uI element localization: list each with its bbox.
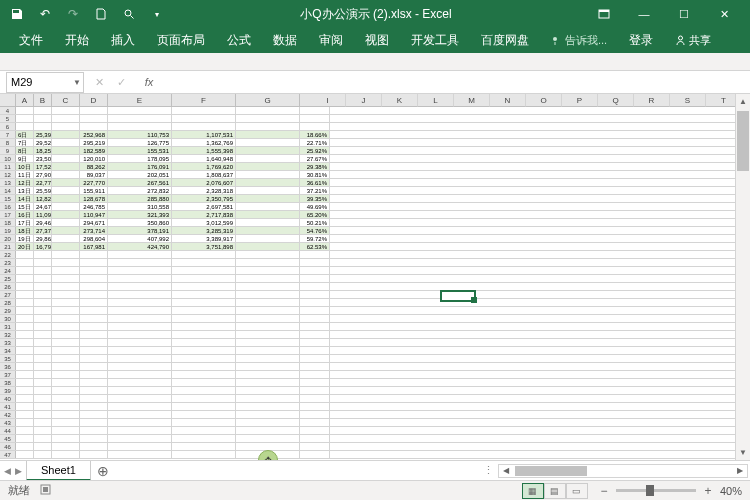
cell[interactable] (108, 363, 172, 370)
tab-insert[interactable]: 插入 (100, 28, 146, 53)
cell[interactable]: 202,051 (108, 171, 172, 178)
tab-formula[interactable]: 公式 (216, 28, 262, 53)
cell[interactable] (34, 259, 52, 266)
hscroll-thumb[interactable] (515, 466, 587, 476)
cell[interactable]: 424,790 (108, 243, 172, 250)
row-header[interactable]: 15 (0, 195, 16, 202)
cell[interactable] (300, 115, 330, 122)
cell[interactable]: 294,671 (80, 219, 108, 226)
col-header[interactable]: R (634, 94, 670, 107)
cell[interactable]: 18.66% (300, 131, 330, 138)
maximize-button[interactable]: ☐ (664, 0, 704, 28)
cell[interactable] (34, 443, 52, 450)
cell[interactable] (16, 315, 34, 322)
cell[interactable]: 29.38% (300, 163, 330, 170)
col-header[interactable]: K (382, 94, 418, 107)
cell[interactable] (52, 283, 80, 290)
cell[interactable] (34, 347, 52, 354)
cell[interactable] (80, 403, 108, 410)
cell[interactable] (52, 299, 80, 306)
cell[interactable] (52, 323, 80, 330)
cell[interactable] (16, 283, 34, 290)
cell[interactable] (52, 267, 80, 274)
cell[interactable] (52, 331, 80, 338)
cell[interactable]: 155,531 (108, 147, 172, 154)
cell[interactable]: 285,880 (108, 195, 172, 202)
cell[interactable] (300, 347, 330, 354)
macro-record-icon[interactable] (40, 484, 51, 497)
cell[interactable] (172, 379, 236, 386)
cell[interactable] (236, 315, 300, 322)
cell[interactable] (236, 363, 300, 370)
cell[interactable]: 407,992 (108, 235, 172, 242)
cell[interactable] (236, 307, 300, 314)
cell[interactable]: 350,860 (108, 219, 172, 226)
cell[interactable]: 49.69% (300, 203, 330, 210)
cell[interactable] (236, 243, 300, 250)
cell[interactable] (34, 419, 52, 426)
cell[interactable]: 9日 (16, 155, 34, 162)
tell-me-input[interactable]: 告诉我... (540, 28, 618, 53)
cell[interactable] (80, 107, 108, 114)
col-header[interactable]: P (562, 94, 598, 107)
cell[interactable]: 30.81% (300, 171, 330, 178)
chevron-down-icon[interactable]: ▼ (73, 78, 81, 87)
cell[interactable] (52, 163, 80, 170)
cell[interactable] (236, 403, 300, 410)
cell[interactable] (52, 427, 80, 434)
cell[interactable] (172, 347, 236, 354)
cell[interactable] (172, 419, 236, 426)
cell[interactable] (172, 267, 236, 274)
cell[interactable] (300, 283, 330, 290)
cell[interactable]: 120,010 (80, 155, 108, 162)
cell[interactable] (80, 331, 108, 338)
cell[interactable] (52, 251, 80, 258)
cell[interactable] (108, 395, 172, 402)
close-button[interactable]: ✕ (704, 0, 744, 28)
cell[interactable] (34, 107, 52, 114)
cell[interactable] (52, 307, 80, 314)
row-header[interactable]: 16 (0, 203, 16, 210)
cell[interactable] (108, 331, 172, 338)
cell[interactable] (34, 387, 52, 394)
row-header[interactable]: 31 (0, 323, 16, 330)
row-header[interactable]: 46 (0, 443, 16, 450)
cell[interactable] (172, 443, 236, 450)
cell[interactable]: 19日 (16, 235, 34, 242)
cell[interactable]: 295,219 (80, 139, 108, 146)
cell[interactable] (108, 323, 172, 330)
fx-icon[interactable]: fx (139, 73, 159, 91)
grid[interactable]: ABCDEFGHIJKLMNOPQRST45676日25,397252,9681… (0, 94, 735, 460)
row-header[interactable]: 18 (0, 219, 16, 226)
cell[interactable] (16, 435, 34, 442)
cell[interactable] (300, 403, 330, 410)
cell[interactable]: 12,825 (34, 195, 52, 202)
zoom-slider[interactable] (616, 489, 696, 492)
cell[interactable] (172, 451, 236, 458)
cell[interactable] (108, 251, 172, 258)
enter-formula-icon[interactable]: ✓ (111, 73, 131, 91)
select-all-corner[interactable] (0, 94, 16, 106)
row-header[interactable]: 26 (0, 283, 16, 290)
cell[interactable] (16, 299, 34, 306)
row-header[interactable]: 45 (0, 435, 16, 442)
cell[interactable] (108, 275, 172, 282)
cell[interactable] (34, 283, 52, 290)
col-header[interactable]: M (454, 94, 490, 107)
col-header[interactable]: F (172, 94, 236, 106)
cell[interactable] (108, 347, 172, 354)
cell[interactable] (16, 379, 34, 386)
cell[interactable]: 6日 (16, 131, 34, 138)
cell[interactable] (52, 419, 80, 426)
cell[interactable] (16, 395, 34, 402)
cell[interactable] (80, 451, 108, 458)
cell[interactable] (16, 443, 34, 450)
cell[interactable] (236, 195, 300, 202)
cell[interactable] (52, 403, 80, 410)
cell[interactable] (236, 179, 300, 186)
cell[interactable] (236, 427, 300, 434)
cell[interactable]: 1,555,398 (172, 147, 236, 154)
cell[interactable]: 65.20% (300, 211, 330, 218)
cell[interactable] (236, 227, 300, 234)
col-header[interactable]: C (52, 94, 80, 106)
